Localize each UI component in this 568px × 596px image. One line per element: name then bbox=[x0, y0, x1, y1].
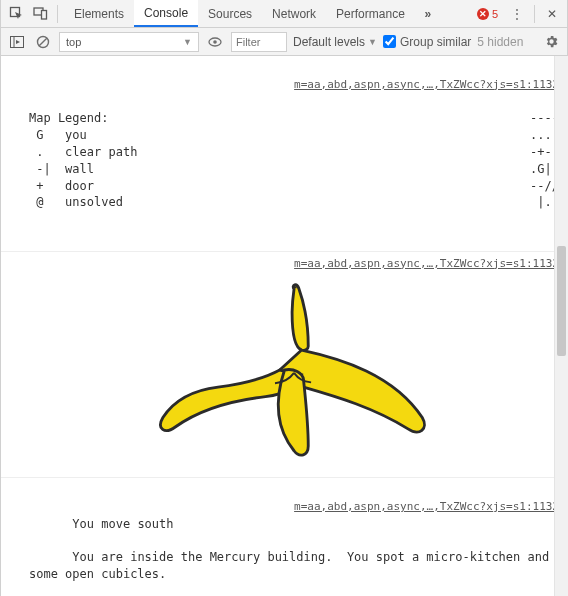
story-p1: You are inside the Mercury building. You… bbox=[29, 550, 556, 581]
group-similar-input[interactable] bbox=[383, 35, 396, 48]
log-message-image: m=aa,abd,aspn,async,…,TxZWcc?xjs=s1:1132 bbox=[1, 252, 567, 478]
tab-network[interactable]: Network bbox=[262, 0, 326, 27]
inspect-icon[interactable] bbox=[5, 3, 27, 25]
log-levels-label: Default levels bbox=[293, 35, 365, 49]
banana-peel-icon bbox=[144, 275, 444, 465]
close-icon[interactable]: ✕ bbox=[541, 3, 563, 25]
live-expression-icon[interactable] bbox=[205, 32, 225, 52]
story-move: You move south bbox=[72, 517, 173, 531]
group-similar-checkbox[interactable]: Group similar bbox=[383, 35, 471, 49]
context-select[interactable]: top ▼ bbox=[59, 32, 199, 52]
gear-icon[interactable] bbox=[541, 32, 561, 52]
chevron-down-icon: ▼ bbox=[368, 37, 377, 47]
context-value: top bbox=[66, 36, 81, 48]
svg-point-9 bbox=[213, 40, 217, 44]
svg-marker-5 bbox=[16, 40, 20, 44]
devtools-tabbar: Elements Console Sources Network Perform… bbox=[1, 0, 567, 28]
svg-line-7 bbox=[39, 38, 47, 46]
kebab-menu-icon[interactable]: ⋮ bbox=[506, 3, 528, 25]
console-toolbar: top ▼ Default levels ▼ Group similar 5 h… bbox=[1, 28, 567, 56]
source-link[interactable]: m=aa,abd,aspn,async,…,TxZWcc?xjs=s1:1132 bbox=[294, 256, 559, 271]
scrollbar[interactable] bbox=[554, 56, 568, 596]
hidden-count: 5 hidden bbox=[477, 35, 523, 49]
toggle-sidebar-icon[interactable] bbox=[7, 32, 27, 52]
source-link[interactable]: m=aa,abd,aspn,async,…,TxZWcc?xjs=s1:1132 bbox=[294, 77, 559, 92]
map-legend: Map Legend: G you . clear path -| wall +… bbox=[29, 110, 137, 211]
console-output: m=aa,abd,aspn,async,…,TxZWcc?xjs=s1:1132… bbox=[1, 56, 567, 596]
group-similar-label: Group similar bbox=[400, 35, 471, 49]
svg-rect-2 bbox=[41, 11, 46, 20]
chevron-down-icon: ▼ bbox=[183, 37, 192, 47]
tab-elements[interactable]: Elements bbox=[64, 0, 134, 27]
log-message: m=aa,abd,aspn,async,…,TxZWcc?xjs=s1:1132… bbox=[1, 56, 567, 252]
error-count: 5 bbox=[492, 8, 498, 20]
error-count-badge[interactable]: ✕ 5 bbox=[477, 8, 498, 20]
more-tabs-icon[interactable]: » bbox=[417, 3, 439, 25]
error-dot-icon: ✕ bbox=[477, 8, 489, 20]
clear-console-icon[interactable] bbox=[33, 32, 53, 52]
source-link[interactable]: m=aa,abd,aspn,async,…,TxZWcc?xjs=s1:1132 bbox=[294, 499, 559, 514]
filter-input[interactable] bbox=[231, 32, 287, 52]
log-levels-select[interactable]: Default levels ▼ bbox=[293, 35, 377, 49]
tab-performance[interactable]: Performance bbox=[326, 0, 415, 27]
tab-sources[interactable]: Sources bbox=[198, 0, 262, 27]
log-message-story: m=aa,abd,aspn,async,…,TxZWcc?xjs=s1:1132… bbox=[1, 478, 567, 596]
scrollbar-thumb[interactable] bbox=[557, 246, 566, 356]
tab-console[interactable]: Console bbox=[134, 0, 198, 27]
device-toggle-icon[interactable] bbox=[29, 3, 51, 25]
